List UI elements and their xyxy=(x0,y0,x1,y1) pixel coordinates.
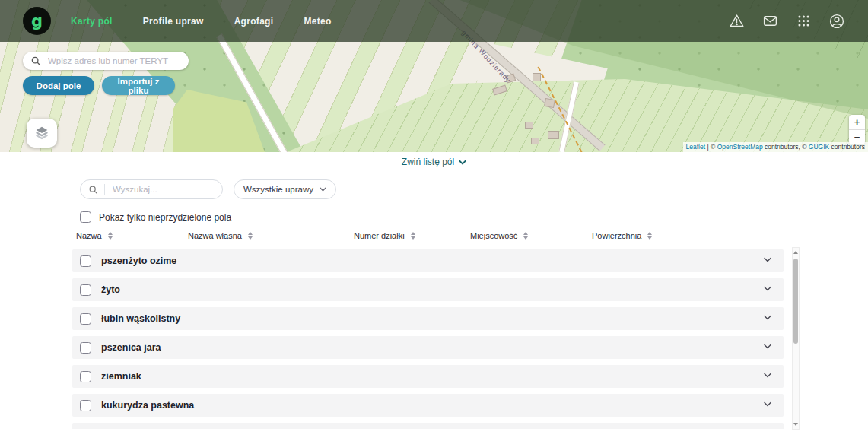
scroll-up-arrow[interactable] xyxy=(793,251,798,254)
nav-item-agrofagi[interactable]: Agrofagi xyxy=(234,16,274,27)
group-name: pszenica jara xyxy=(101,342,764,353)
zoom-in-button[interactable]: + xyxy=(849,115,865,130)
crop-filter-select[interactable]: Wszystkie uprawy xyxy=(234,179,336,199)
group-name: łubin wąskolistny xyxy=(101,313,764,324)
attribution-text: | © xyxy=(705,143,717,151)
leaflet-link[interactable]: Leaflet xyxy=(686,143,706,151)
fields-panel: Zwiń listę pól Wszystkie uprawy Pokaż ty… xyxy=(0,152,868,438)
table-row[interactable]: ziemniak xyxy=(72,365,784,388)
add-field-button[interactable]: Dodaj pole xyxy=(23,76,94,95)
top-navbar: g Karty pól Profile upraw Agrofagi Meteo xyxy=(0,0,868,42)
navbar-icons xyxy=(728,13,845,30)
column-label: Nazwa własna xyxy=(188,231,242,240)
chevron-down-icon[interactable] xyxy=(764,286,771,294)
map-building xyxy=(525,122,533,129)
apps-grid-icon[interactable] xyxy=(795,13,812,30)
main-navigation: Karty pól Profile upraw Agrofagi Meteo xyxy=(71,16,332,27)
map-attribution: Leaflet | © OpenStreetMap contributors, … xyxy=(683,142,868,152)
chevron-down-icon[interactable] xyxy=(764,257,771,265)
row-checkbox[interactable] xyxy=(80,371,91,382)
column-header-nazwa: Nazwa xyxy=(76,231,188,240)
row-checkbox[interactable] xyxy=(80,429,91,430)
app-window: gmina Wodzierady Dodaj pole Importuj z p… xyxy=(0,0,868,438)
map-building xyxy=(533,73,541,81)
attribution-text: contributors, © xyxy=(763,143,809,151)
layers-icon xyxy=(33,125,50,141)
alert-triangle-icon[interactable] xyxy=(728,13,745,30)
address-search-input[interactable] xyxy=(46,56,181,66)
group-name: ziemniak xyxy=(101,371,764,382)
chevron-down-icon[interactable] xyxy=(764,402,771,409)
map-zoom-control: + − xyxy=(849,115,865,144)
row-checkbox[interactable] xyxy=(80,284,91,296)
table-row[interactable]: łubin wąskolistny xyxy=(72,307,784,330)
field-search-box[interactable] xyxy=(80,179,223,199)
show-unassigned-label: Pokaż tylko nieprzydzielone pola xyxy=(99,212,231,223)
nav-item-profile-upraw[interactable]: Profile upraw xyxy=(143,16,204,27)
chevron-down-icon xyxy=(320,187,326,192)
scroll-down-arrow[interactable] xyxy=(793,423,798,426)
group-name: kukurydza pastewna xyxy=(101,400,764,411)
column-label: Numer działki xyxy=(354,231,405,240)
row-checkbox[interactable] xyxy=(80,342,91,354)
column-header-numer-dzialki: Numer działki xyxy=(354,231,470,240)
row-checkbox[interactable] xyxy=(80,313,91,325)
field-group-list: pszenżyto ozime żyto łubin wąskolistny xyxy=(72,249,784,429)
column-header-powierzchnia: Powierzchnia xyxy=(592,231,652,240)
address-search-box[interactable] xyxy=(23,52,189,70)
column-header-miejscowosc: Miejscowość xyxy=(470,231,592,240)
map-building xyxy=(544,98,555,108)
sort-icon[interactable] xyxy=(411,232,415,240)
crop-filter-value: Wszystkie uprawy xyxy=(243,185,320,194)
field-search-input[interactable] xyxy=(111,184,215,195)
show-unassigned-checkbox[interactable] xyxy=(80,211,91,223)
scrollbar-thumb[interactable] xyxy=(793,259,798,344)
chevron-down-icon[interactable] xyxy=(764,344,771,351)
collapse-field-list-link[interactable]: Zwiń listę pól xyxy=(0,157,868,167)
collapse-label: Zwiń listę pól xyxy=(402,157,454,167)
chevron-down-icon[interactable] xyxy=(764,373,771,380)
map-layers-button[interactable] xyxy=(27,119,57,148)
sort-icon[interactable] xyxy=(647,232,652,240)
gugik-link[interactable]: GUGIK xyxy=(809,143,829,151)
table-row[interactable]: kukurydza pastewna xyxy=(72,394,784,417)
divider xyxy=(104,184,105,195)
brand-logo[interactable]: g xyxy=(23,7,51,35)
table-row[interactable]: żyto xyxy=(72,278,784,301)
search-icon xyxy=(88,185,98,195)
map-building xyxy=(531,138,539,144)
chevron-down-icon[interactable] xyxy=(764,315,771,322)
search-icon xyxy=(30,56,41,66)
table-row[interactable]: łąki xyxy=(72,423,784,429)
column-header-nazwa-wlasna: Nazwa własna xyxy=(188,231,354,240)
import-from-file-button[interactable]: Importuj z pliku xyxy=(102,76,175,95)
map-building xyxy=(548,131,559,139)
nav-item-karty-pol[interactable]: Karty pól xyxy=(71,16,113,27)
list-scrollbar[interactable] xyxy=(792,247,800,430)
row-checkbox[interactable] xyxy=(80,400,91,411)
group-name: żyto xyxy=(101,284,764,295)
mail-icon[interactable] xyxy=(761,13,778,30)
show-unassigned-checkbox-row[interactable]: Pokaż tylko nieprzydzielone pola xyxy=(80,211,231,223)
sort-icon[interactable] xyxy=(523,232,528,240)
sort-icon[interactable] xyxy=(108,232,113,240)
osm-link[interactable]: OpenStreetMap xyxy=(717,143,763,151)
column-label: Nazwa xyxy=(76,231,102,240)
table-header-row: Nazwa Nazwa własna Numer działki Miejsco… xyxy=(76,231,652,240)
column-label: Powierzchnia xyxy=(592,231,641,240)
table-row[interactable]: pszenica jara xyxy=(72,336,784,359)
account-icon[interactable] xyxy=(828,13,845,30)
chevron-down-icon xyxy=(459,160,466,165)
group-name: pszenżyto ozime xyxy=(101,256,764,266)
row-checkbox[interactable] xyxy=(80,256,91,267)
column-label: Miejscowość xyxy=(470,231,517,240)
sort-icon[interactable] xyxy=(248,232,253,240)
attribution-text: contributors xyxy=(829,143,865,151)
nav-item-meteo[interactable]: Meteo xyxy=(304,16,331,27)
table-row[interactable]: pszenżyto ozime xyxy=(72,249,784,272)
